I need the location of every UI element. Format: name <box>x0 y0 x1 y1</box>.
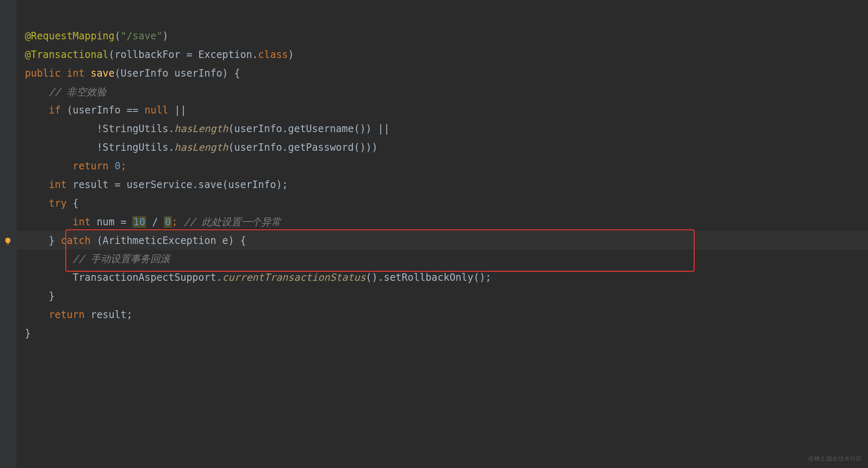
brace: } <box>25 328 31 339</box>
code-text: (userInfo == <box>61 104 144 116</box>
keyword: int <box>49 179 67 191</box>
comment: // 此处设置一个异常 <box>184 216 281 228</box>
code-text: result = userService.save(userInfo); <box>67 179 288 191</box>
keyword: catch <box>61 235 91 246</box>
code-text: (ArithmeticException e) { <box>91 235 246 246</box>
semi: ; <box>120 160 126 172</box>
code-editor-content[interactable]: @RequestMapping("/save") @Transactional(… <box>25 8 491 343</box>
keyword: return <box>73 160 109 172</box>
sp <box>108 160 114 172</box>
annotation: @Transactional <box>25 49 108 60</box>
brace: } <box>49 290 55 302</box>
intention-bulb-icon[interactable] <box>3 234 12 243</box>
paren: ) <box>162 30 168 42</box>
paren: ( <box>115 30 120 42</box>
keyword: int <box>73 216 91 228</box>
static-method: hasLength <box>174 142 228 153</box>
code-text: { <box>67 198 79 209</box>
op: / <box>146 216 164 228</box>
comment: // 非空效验 <box>49 86 106 98</box>
semi: ; <box>172 216 184 228</box>
code-text: !StringUtils. <box>49 142 174 153</box>
watermark: @稀土掘金技术社区 <box>808 453 862 464</box>
keyword: class <box>258 49 288 60</box>
code-text: !StringUtils. <box>49 123 174 135</box>
code-text: num = <box>91 216 132 228</box>
comment: // 手动设置事务回滚 <box>73 253 170 265</box>
sp <box>85 68 91 79</box>
dot: . <box>252 49 258 60</box>
number-highlighted: 0 <box>164 216 171 228</box>
signature: (UserInfo userInfo) { <box>115 68 240 79</box>
keyword: int <box>67 68 84 79</box>
paren: ) <box>288 49 294 60</box>
keyword: return <box>49 309 85 321</box>
static-method: currentTransactionStatus <box>222 272 366 283</box>
static-method: hasLength <box>174 123 228 135</box>
code-text: TransactionAspectSupport. <box>73 272 222 283</box>
brace: } <box>49 235 61 246</box>
method-name: save <box>91 68 115 79</box>
keyword: null <box>144 104 168 116</box>
string-literal: "/save" <box>120 30 162 42</box>
keyword: if <box>49 104 61 116</box>
number: 0 <box>115 160 120 172</box>
code-text: || <box>168 104 186 116</box>
sp <box>61 68 67 79</box>
paren: ( <box>108 49 114 60</box>
keyword: public <box>25 68 61 79</box>
code-text: ().setRollbackOnly(); <box>366 272 491 283</box>
code-text: (userInfo.getUsername()) || <box>228 123 390 135</box>
param: rollbackFor <box>115 49 180 60</box>
annotation: @RequestMapping <box>25 30 115 42</box>
keyword: try <box>49 198 67 209</box>
class-ref: Exception <box>198 49 252 60</box>
number-highlighted: 10 <box>132 216 146 228</box>
code-text: (userInfo.getPassword())) <box>228 142 377 153</box>
eq: = <box>180 49 198 60</box>
code-text: result; <box>85 309 133 321</box>
